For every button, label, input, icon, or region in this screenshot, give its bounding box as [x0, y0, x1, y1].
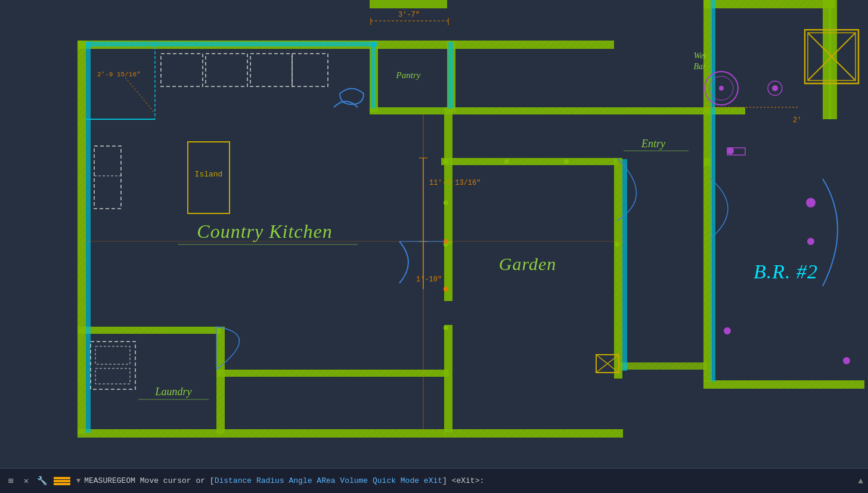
close-icon[interactable]: ✕ — [20, 475, 32, 487]
svg-rect-31 — [703, 158, 712, 166]
svg-point-80 — [806, 198, 816, 207]
dimension-2-9: 2'-9 15/16" — [97, 71, 141, 78]
svg-point-83 — [843, 357, 850, 364]
svg-point-82 — [724, 327, 731, 334]
scroll-arrow[interactable]: ▲ — [858, 476, 863, 486]
garden-label: Garden — [499, 254, 557, 274]
svg-rect-36 — [167, 327, 221, 334]
svg-point-95 — [504, 159, 509, 164]
svg-point-103 — [444, 287, 448, 292]
svg-rect-10 — [444, 429, 623, 438]
svg-rect-42 — [86, 42, 378, 46]
svg-rect-16 — [703, 0, 835, 8]
dimension-2ft: 2' — [793, 116, 801, 125]
dimension-1-10: 1'-10" — [416, 275, 442, 284]
svg-rect-35 — [216, 327, 225, 434]
wet-bar-label: Wet — [694, 51, 707, 60]
svg-rect-33 — [78, 327, 167, 334]
svg-point-75 — [719, 86, 724, 91]
measure-icon — [54, 477, 70, 485]
floor-plan[interactable]: Island 3'-7" 2'-9 15/16" 11'-6 13/16" — [0, 0, 868, 468]
svg-rect-14 — [829, 0, 837, 119]
svg-point-96 — [564, 159, 569, 164]
svg-point-92 — [444, 200, 448, 205]
svg-rect-43 — [371, 42, 376, 108]
svg-point-97 — [615, 242, 619, 247]
laundry-label: Laundry — [154, 386, 191, 398]
dimension-3-7: 3'-7" — [398, 11, 420, 19]
br2-label: B.R. #2 — [754, 261, 818, 283]
svg-rect-8 — [78, 429, 445, 438]
svg-point-91 — [444, 159, 448, 164]
svg-rect-24 — [444, 107, 452, 161]
svg-rect-6 — [614, 158, 622, 379]
grid-icon[interactable]: ⊞ — [5, 475, 17, 487]
svg-rect-30 — [447, 107, 745, 114]
svg-rect-4 — [78, 41, 86, 434]
svg-text:Island: Island — [195, 170, 223, 179]
svg-rect-27 — [444, 325, 452, 432]
svg-point-76 — [772, 85, 778, 91]
svg-rect-26 — [444, 241, 452, 301]
svg-point-78 — [727, 147, 734, 154]
wet-bar-label2: Bar — [694, 62, 707, 71]
svg-rect-41 — [86, 42, 91, 433]
wrench-icon[interactable]: 🔧 — [36, 475, 48, 487]
svg-rect-45 — [622, 159, 627, 371]
svg-rect-18 — [703, 380, 864, 389]
command-text: MEASUREGEOM Move cursor or [Distance Rad… — [84, 476, 484, 485]
svg-rect-40 — [620, 362, 706, 370]
svg-rect-20 — [441, 158, 617, 165]
svg-rect-21 — [370, 0, 447, 8]
svg-rect-44 — [448, 42, 453, 108]
svg-rect-28 — [370, 107, 450, 114]
entry-label: Entry — [641, 138, 665, 150]
svg-rect-38 — [216, 370, 449, 377]
pantry-label: Pantry — [396, 70, 421, 80]
dimension-11-6: 11'-6 13/16" — [429, 179, 480, 187]
command-bar: ⊞ ✕ 🔧 ▼ MEASUREGEOM Move cursor or [Dist… — [0, 468, 868, 493]
svg-rect-0 — [0, 0, 868, 468]
country-kitchen-label: Country Kitchen — [197, 221, 332, 242]
svg-point-81 — [807, 238, 814, 245]
svg-rect-46 — [711, 0, 715, 382]
svg-point-94 — [444, 325, 448, 330]
